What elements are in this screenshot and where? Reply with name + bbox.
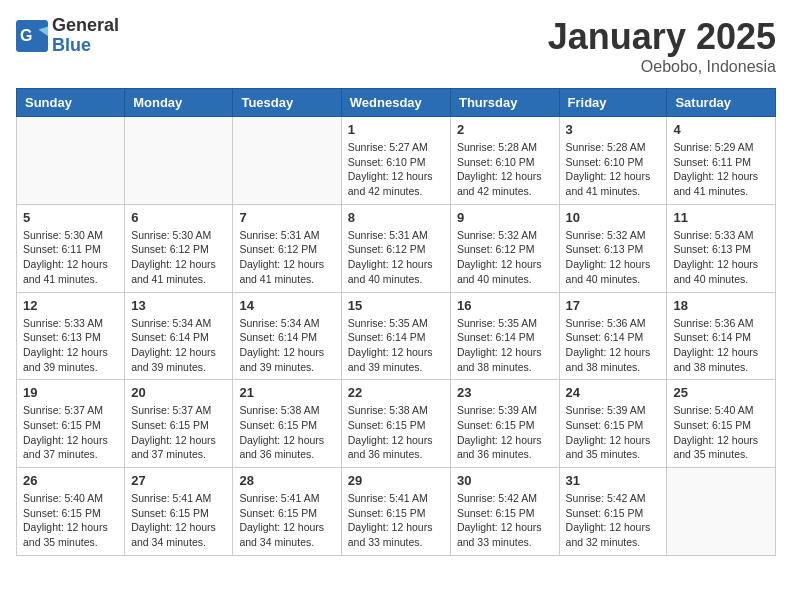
weekday-header-saturday: Saturday (667, 89, 776, 117)
weekday-header-friday: Friday (559, 89, 667, 117)
calendar-cell: 19Sunrise: 5:37 AM Sunset: 6:15 PM Dayli… (17, 380, 125, 468)
calendar-cell: 27Sunrise: 5:41 AM Sunset: 6:15 PM Dayli… (125, 468, 233, 556)
day-number: 22 (348, 385, 444, 400)
day-info: Sunrise: 5:29 AM Sunset: 6:11 PM Dayligh… (673, 140, 769, 199)
week-row-5: 26Sunrise: 5:40 AM Sunset: 6:15 PM Dayli… (17, 468, 776, 556)
calendar-cell: 17Sunrise: 5:36 AM Sunset: 6:14 PM Dayli… (559, 292, 667, 380)
calendar-cell: 16Sunrise: 5:35 AM Sunset: 6:14 PM Dayli… (450, 292, 559, 380)
month-title: January 2025 (548, 16, 776, 58)
weekday-header-monday: Monday (125, 89, 233, 117)
week-row-2: 5Sunrise: 5:30 AM Sunset: 6:11 PM Daylig… (17, 204, 776, 292)
day-info: Sunrise: 5:36 AM Sunset: 6:14 PM Dayligh… (566, 316, 661, 375)
day-number: 20 (131, 385, 226, 400)
day-number: 13 (131, 298, 226, 313)
calendar-cell: 26Sunrise: 5:40 AM Sunset: 6:15 PM Dayli… (17, 468, 125, 556)
day-number: 14 (239, 298, 334, 313)
day-info: Sunrise: 5:38 AM Sunset: 6:15 PM Dayligh… (348, 403, 444, 462)
calendar-cell (17, 117, 125, 205)
week-row-4: 19Sunrise: 5:37 AM Sunset: 6:15 PM Dayli… (17, 380, 776, 468)
calendar-cell: 1Sunrise: 5:27 AM Sunset: 6:10 PM Daylig… (341, 117, 450, 205)
page-header: G General Blue January 2025 Oebobo, Indo… (16, 16, 776, 76)
day-number: 4 (673, 122, 769, 137)
calendar-cell: 31Sunrise: 5:42 AM Sunset: 6:15 PM Dayli… (559, 468, 667, 556)
day-number: 28 (239, 473, 334, 488)
weekday-header-thursday: Thursday (450, 89, 559, 117)
day-number: 1 (348, 122, 444, 137)
day-number: 30 (457, 473, 553, 488)
logo: G General Blue (16, 16, 119, 56)
day-number: 23 (457, 385, 553, 400)
day-info: Sunrise: 5:30 AM Sunset: 6:11 PM Dayligh… (23, 228, 118, 287)
day-number: 18 (673, 298, 769, 313)
day-info: Sunrise: 5:41 AM Sunset: 6:15 PM Dayligh… (348, 491, 444, 550)
day-number: 25 (673, 385, 769, 400)
calendar-cell: 11Sunrise: 5:33 AM Sunset: 6:13 PM Dayli… (667, 204, 776, 292)
calendar-cell: 9Sunrise: 5:32 AM Sunset: 6:12 PM Daylig… (450, 204, 559, 292)
calendar: SundayMondayTuesdayWednesdayThursdayFrid… (16, 88, 776, 556)
week-row-3: 12Sunrise: 5:33 AM Sunset: 6:13 PM Dayli… (17, 292, 776, 380)
calendar-cell: 29Sunrise: 5:41 AM Sunset: 6:15 PM Dayli… (341, 468, 450, 556)
day-number: 21 (239, 385, 334, 400)
week-row-1: 1Sunrise: 5:27 AM Sunset: 6:10 PM Daylig… (17, 117, 776, 205)
day-info: Sunrise: 5:33 AM Sunset: 6:13 PM Dayligh… (673, 228, 769, 287)
day-info: Sunrise: 5:41 AM Sunset: 6:15 PM Dayligh… (239, 491, 334, 550)
calendar-cell: 8Sunrise: 5:31 AM Sunset: 6:12 PM Daylig… (341, 204, 450, 292)
day-number: 29 (348, 473, 444, 488)
day-number: 19 (23, 385, 118, 400)
day-number: 31 (566, 473, 661, 488)
weekday-header-wednesday: Wednesday (341, 89, 450, 117)
day-number: 3 (566, 122, 661, 137)
day-number: 2 (457, 122, 553, 137)
day-info: Sunrise: 5:31 AM Sunset: 6:12 PM Dayligh… (239, 228, 334, 287)
day-info: Sunrise: 5:34 AM Sunset: 6:14 PM Dayligh… (131, 316, 226, 375)
day-info: Sunrise: 5:32 AM Sunset: 6:12 PM Dayligh… (457, 228, 553, 287)
day-number: 6 (131, 210, 226, 225)
day-number: 9 (457, 210, 553, 225)
calendar-cell: 10Sunrise: 5:32 AM Sunset: 6:13 PM Dayli… (559, 204, 667, 292)
day-info: Sunrise: 5:28 AM Sunset: 6:10 PM Dayligh… (457, 140, 553, 199)
day-info: Sunrise: 5:38 AM Sunset: 6:15 PM Dayligh… (239, 403, 334, 462)
day-info: Sunrise: 5:33 AM Sunset: 6:13 PM Dayligh… (23, 316, 118, 375)
day-number: 24 (566, 385, 661, 400)
calendar-cell: 13Sunrise: 5:34 AM Sunset: 6:14 PM Dayli… (125, 292, 233, 380)
day-info: Sunrise: 5:34 AM Sunset: 6:14 PM Dayligh… (239, 316, 334, 375)
day-info: Sunrise: 5:42 AM Sunset: 6:15 PM Dayligh… (457, 491, 553, 550)
day-number: 26 (23, 473, 118, 488)
day-number: 27 (131, 473, 226, 488)
calendar-cell: 30Sunrise: 5:42 AM Sunset: 6:15 PM Dayli… (450, 468, 559, 556)
day-info: Sunrise: 5:42 AM Sunset: 6:15 PM Dayligh… (566, 491, 661, 550)
calendar-cell: 3Sunrise: 5:28 AM Sunset: 6:10 PM Daylig… (559, 117, 667, 205)
calendar-cell: 25Sunrise: 5:40 AM Sunset: 6:15 PM Dayli… (667, 380, 776, 468)
calendar-cell: 12Sunrise: 5:33 AM Sunset: 6:13 PM Dayli… (17, 292, 125, 380)
day-number: 7 (239, 210, 334, 225)
day-number: 10 (566, 210, 661, 225)
calendar-cell: 18Sunrise: 5:36 AM Sunset: 6:14 PM Dayli… (667, 292, 776, 380)
day-info: Sunrise: 5:31 AM Sunset: 6:12 PM Dayligh… (348, 228, 444, 287)
logo-general: General (52, 16, 119, 36)
day-info: Sunrise: 5:30 AM Sunset: 6:12 PM Dayligh… (131, 228, 226, 287)
calendar-cell: 20Sunrise: 5:37 AM Sunset: 6:15 PM Dayli… (125, 380, 233, 468)
day-info: Sunrise: 5:32 AM Sunset: 6:13 PM Dayligh… (566, 228, 661, 287)
day-number: 15 (348, 298, 444, 313)
calendar-cell: 23Sunrise: 5:39 AM Sunset: 6:15 PM Dayli… (450, 380, 559, 468)
day-info: Sunrise: 5:37 AM Sunset: 6:15 PM Dayligh… (23, 403, 118, 462)
day-info: Sunrise: 5:27 AM Sunset: 6:10 PM Dayligh… (348, 140, 444, 199)
day-number: 8 (348, 210, 444, 225)
day-info: Sunrise: 5:39 AM Sunset: 6:15 PM Dayligh… (566, 403, 661, 462)
calendar-cell: 14Sunrise: 5:34 AM Sunset: 6:14 PM Dayli… (233, 292, 341, 380)
day-info: Sunrise: 5:28 AM Sunset: 6:10 PM Dayligh… (566, 140, 661, 199)
day-info: Sunrise: 5:39 AM Sunset: 6:15 PM Dayligh… (457, 403, 553, 462)
calendar-cell: 21Sunrise: 5:38 AM Sunset: 6:15 PM Dayli… (233, 380, 341, 468)
day-info: Sunrise: 5:35 AM Sunset: 6:14 PM Dayligh… (457, 316, 553, 375)
calendar-cell: 15Sunrise: 5:35 AM Sunset: 6:14 PM Dayli… (341, 292, 450, 380)
day-number: 11 (673, 210, 769, 225)
logo-text: General Blue (52, 16, 119, 56)
day-info: Sunrise: 5:37 AM Sunset: 6:15 PM Dayligh… (131, 403, 226, 462)
location: Oebobo, Indonesia (548, 58, 776, 76)
calendar-cell: 22Sunrise: 5:38 AM Sunset: 6:15 PM Dayli… (341, 380, 450, 468)
weekday-header-sunday: Sunday (17, 89, 125, 117)
day-info: Sunrise: 5:41 AM Sunset: 6:15 PM Dayligh… (131, 491, 226, 550)
day-info: Sunrise: 5:40 AM Sunset: 6:15 PM Dayligh… (23, 491, 118, 550)
calendar-cell: 24Sunrise: 5:39 AM Sunset: 6:15 PM Dayli… (559, 380, 667, 468)
weekday-header-tuesday: Tuesday (233, 89, 341, 117)
